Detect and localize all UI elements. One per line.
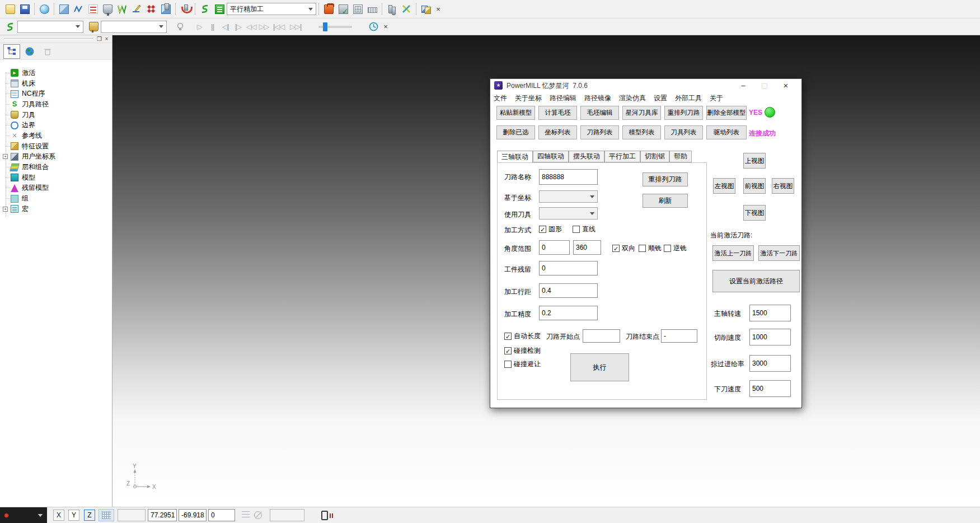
tree-item-machine-tool[interactable]: 机床 <box>0 78 112 89</box>
lightbulb-icon[interactable] <box>174 20 187 34</box>
drive-list-button[interactable]: 驱动列表 <box>706 125 747 139</box>
print-sphere-icon[interactable] <box>37 2 51 16</box>
strategy-list-icon[interactable] <box>213 2 226 16</box>
rearrange-toolpaths-button[interactable]: 重排列刀路 <box>664 106 703 120</box>
paste-new-model-button[interactable]: 粘贴新模型 <box>496 106 535 120</box>
refresh-button[interactable]: 刷新 <box>643 194 688 208</box>
status-empty-field[interactable] <box>118 509 146 521</box>
menu-path-edit[interactable]: 路径编辑 <box>550 94 576 103</box>
open-file-icon[interactable] <box>3 2 17 16</box>
bidirectional-checkbox[interactable]: ✓ 双向 <box>612 244 635 253</box>
cutting-feed-input[interactable] <box>749 329 791 345</box>
toolpath-name-input[interactable] <box>539 169 598 185</box>
explorer-globe-tab[interactable] <box>21 44 38 59</box>
explorer-tree-tab[interactable] <box>3 44 20 59</box>
panel-drag-handle[interactable]: ❐ × <box>0 35 112 43</box>
use-tool-combobox[interactable] <box>539 207 598 220</box>
skim-feed-input[interactable] <box>749 355 791 372</box>
minimize-button[interactable]: – <box>733 79 754 92</box>
activate-next-toolpath-button[interactable]: 激活下一刀路 <box>758 245 800 261</box>
tree-item-reference-lines[interactable]: 参考线 <box>0 130 112 141</box>
clock-icon[interactable] <box>367 20 380 34</box>
angle-from-input[interactable] <box>539 240 570 255</box>
block-icon[interactable] <box>57 2 71 16</box>
toolpath-zigzag-icon[interactable] <box>72 2 85 16</box>
stock-allowance-input[interactable] <box>539 261 598 275</box>
menu-external-tools[interactable]: 外部工具 <box>675 94 702 103</box>
tool-block-icon[interactable] <box>159 2 172 16</box>
menu-path-mirror[interactable]: 路径镜像 <box>584 94 611 103</box>
spindle-speed-input[interactable] <box>749 305 791 321</box>
device-pause-icon[interactable] <box>321 511 328 520</box>
tree-item-groups[interactable]: 组 <box>0 193 112 204</box>
transform-arrows-icon[interactable] <box>400 2 413 16</box>
status-combobox[interactable] <box>0 507 47 523</box>
pattern-pencil-icon[interactable] <box>130 2 143 16</box>
tree-item-tools[interactable]: 刀具 <box>0 110 112 120</box>
angle-to-input[interactable] <box>573 240 601 255</box>
grid-toggle-button[interactable] <box>99 509 114 521</box>
panel-float-icon[interactable]: ❐ <box>96 36 103 43</box>
axis-x-button[interactable]: X <box>53 510 64 521</box>
climb-mill-checkbox[interactable]: 顺铣 <box>639 244 662 253</box>
tab-saw[interactable]: 切割锯 <box>640 151 669 162</box>
pause-icon[interactable]: || <box>206 22 219 31</box>
explorer-trash-tab[interactable] <box>39 44 56 59</box>
slider-handle[interactable] <box>323 22 327 31</box>
boundary-w-icon[interactable] <box>115 2 129 16</box>
sim-tool-combobox[interactable] <box>101 21 167 33</box>
play-icon[interactable]: ▷ <box>193 22 206 31</box>
tree-item-stock-models[interactable]: 残留模型 <box>0 183 112 194</box>
points-pattern-icon[interactable] <box>144 2 158 16</box>
collision-avoid-checkbox[interactable]: 碰撞避让 <box>504 359 541 369</box>
tool-list-button[interactable]: 刀具列表 <box>664 125 703 139</box>
close-button[interactable]: × <box>775 79 796 92</box>
verify-tool-icon[interactable] <box>336 2 350 16</box>
toolbar-close-icon[interactable]: × <box>434 4 443 13</box>
cubes-pair-icon[interactable] <box>419 2 433 16</box>
view-top-button[interactable]: 上视图 <box>743 153 766 169</box>
toolpath-list-button[interactable]: 刀路列表 <box>580 125 619 139</box>
model-list-button[interactable]: 模型列表 <box>622 125 661 139</box>
strategy-combobox[interactable]: 平行精加工 <box>227 3 316 15</box>
view-right-button[interactable]: 右视图 <box>772 178 794 194</box>
coord-z-field[interactable]: 0 <box>208 509 235 521</box>
axis-z-button[interactable]: Z <box>84 510 95 521</box>
tree-item-macros[interactable]: 宏 <box>0 204 112 214</box>
tool-icon[interactable] <box>101 2 114 16</box>
delete-selected-button[interactable]: 删除已选 <box>496 125 535 139</box>
start-point-input[interactable] <box>583 329 620 343</box>
delete-all-models-button[interactable]: 删除全部模型 <box>706 106 747 120</box>
coord-y-field[interactable]: -69.918 <box>179 509 207 521</box>
conventional-mill-checkbox[interactable]: 逆铣 <box>664 244 687 253</box>
menu-render-sim[interactable]: 渲染仿真 <box>619 94 646 103</box>
set-active-path-button[interactable]: 设置当前激活路径 <box>712 270 800 292</box>
dialog-titlebar[interactable]: PowerMILL 忆梦星河 7.0.6 – ▢ × <box>490 79 801 92</box>
fast-forward-icon[interactable]: ▷▷ <box>257 22 270 31</box>
status-empty-field-2[interactable] <box>270 509 304 521</box>
tree-item-toolpaths[interactable]: 刀具路径 <box>0 99 112 110</box>
menu-settings[interactable]: 设置 <box>654 94 667 103</box>
expand-plus-icon[interactable] <box>3 207 8 212</box>
tree-item-models[interactable]: 模型 <box>0 172 112 183</box>
base-coord-combobox[interactable] <box>539 190 598 203</box>
rearrange-toolpaths-button-2[interactable]: 重排列刀路 <box>643 172 688 186</box>
tab-4axis[interactable]: 四轴联动 <box>533 151 569 162</box>
tree-item-activate[interactable]: 激活 <box>0 68 112 78</box>
tolerance-input[interactable] <box>539 306 598 320</box>
expand-plus-icon[interactable] <box>3 154 8 159</box>
arc-tool-icon[interactable] <box>179 2 192 16</box>
execute-button[interactable]: 执行 <box>570 353 629 381</box>
auto-length-checkbox[interactable]: ✓ 自动长度 <box>504 331 541 341</box>
sim-toolpath-combobox[interactable] <box>17 21 83 33</box>
save-icon[interactable] <box>18 2 31 16</box>
tree-item-workplanes[interactable]: 用户坐标系 <box>0 152 112 162</box>
toolpath-s-icon[interactable] <box>198 2 212 16</box>
toolbox-icon[interactable] <box>322 2 335 16</box>
tree-item-boundaries[interactable]: 边界 <box>0 120 112 130</box>
stepover-input[interactable] <box>539 283 598 298</box>
menu-about[interactable]: 关于 <box>710 94 723 103</box>
block-edit-button[interactable]: 毛坯编辑 <box>580 106 619 120</box>
view-left-button[interactable]: 左视图 <box>713 178 735 194</box>
axis-y-button[interactable]: Y <box>68 510 79 521</box>
